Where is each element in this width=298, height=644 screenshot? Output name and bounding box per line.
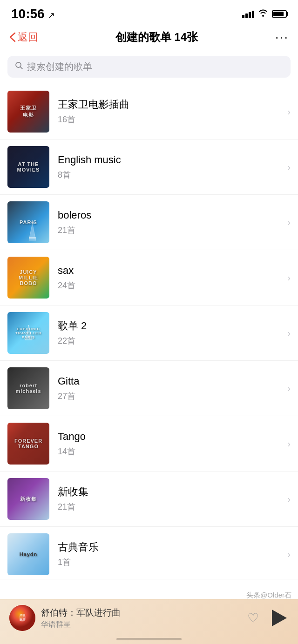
battery-icon	[272, 10, 287, 18]
album-art-2: AT THEMOVIES	[7, 146, 49, 188]
playlist-count: 14首	[58, 446, 284, 457]
playlist-name: boleros	[58, 209, 284, 222]
list-item[interactable]: FOREVERTANGO Tango 14首 ›	[0, 416, 298, 471]
search-box[interactable]: 搜索创建的歌单	[7, 56, 291, 78]
playlist-info-9: 古典音乐 1首	[58, 541, 284, 568]
play-icon	[272, 610, 287, 626]
list-item[interactable]: JUICYMILLIEBOBO sax 24首 ›	[0, 250, 298, 305]
playlist-name: 古典音乐	[58, 541, 284, 554]
album-art-5: EUPHONICTRAVELLERPARIS	[7, 312, 49, 354]
album-art-8: 新收集	[7, 478, 49, 520]
album-art-4: JUICYMILLIEBOBO	[7, 257, 49, 299]
status-icons	[242, 9, 287, 19]
album-art-7: FOREVERTANGO	[7, 423, 49, 465]
svg-text:华语: 华语	[19, 613, 26, 617]
playlist-name: Gitta	[58, 375, 284, 388]
album-art-1: 王家卫电影	[7, 91, 49, 133]
search-container: 搜索创建的歌单	[0, 51, 298, 84]
playlist-count: 21首	[58, 225, 284, 236]
status-bar: 10:56 ↗	[0, 0, 298, 25]
chevron-right-icon: ›	[287, 328, 291, 339]
svg-text:群星: 群星	[19, 618, 26, 621]
playlist-count: 27首	[58, 391, 284, 402]
player-title: 舒伯特：军队进行曲	[41, 607, 242, 619]
list-item[interactable]: Haydn 古典音乐 1首 ›	[0, 527, 298, 579]
playlist-count: 24首	[58, 280, 284, 291]
playlist-info-1: 王家卫电影插曲 16首	[58, 98, 284, 126]
player-controls: ♡	[247, 608, 289, 628]
playlist-info-7: Tango 14首	[58, 430, 284, 458]
list-item[interactable]: EUPHONICTRAVELLERPARIS 歌单 2 22首 ›	[0, 305, 298, 361]
list-item[interactable]: PARIS boleros 21首 ›	[0, 195, 298, 250]
list-item[interactable]: 新收集 新收集 21首 ›	[0, 471, 298, 527]
playlist-count: 1首	[58, 557, 284, 568]
playlist-name: 王家卫电影插曲	[58, 98, 284, 112]
chevron-right-icon: ›	[287, 438, 291, 449]
nav-bar: 返回 创建的歌单 14张 ···	[0, 25, 298, 51]
playlist-info-6: Gitta 27首	[58, 375, 284, 402]
album-art-6: robertmichaels	[7, 367, 49, 409]
signal-icon	[242, 10, 254, 18]
search-placeholder: 搜索创建的歌单	[27, 60, 92, 73]
more-button[interactable]: ···	[275, 30, 289, 45]
back-label: 返回	[18, 30, 38, 44]
playlist-name: sax	[58, 264, 284, 278]
wifi-icon	[258, 9, 268, 19]
player-artist: 华语群星	[41, 620, 242, 630]
album-art-9: Haydn	[7, 533, 49, 575]
playlist-count: 22首	[58, 335, 284, 346]
heart-button[interactable]: ♡	[247, 611, 259, 626]
list-item[interactable]: AT THEMOVIES English music 8首 ›	[0, 139, 298, 195]
chevron-right-icon: ›	[287, 383, 291, 394]
page-title: 创建的歌单 14张	[115, 30, 198, 45]
chevron-right-icon: ›	[287, 162, 291, 173]
play-button[interactable]	[268, 608, 289, 628]
chevron-right-icon: ›	[287, 494, 291, 505]
list-item[interactable]: 王家卫电影 王家卫电影插曲 16首 ›	[0, 84, 298, 139]
playlist-name: Tango	[58, 430, 284, 444]
playlist-count: 16首	[58, 114, 284, 125]
chevron-right-icon: ›	[287, 272, 291, 283]
svg-line-1	[20, 67, 23, 69]
playlist-info-5: 歌单 2 22首	[58, 319, 284, 347]
svg-rect-4	[29, 237, 36, 239]
chevron-right-icon: ›	[287, 549, 291, 560]
player-info: 舒伯特：军队进行曲 华语群星	[41, 607, 242, 630]
playlist-count: 21首	[58, 501, 284, 512]
playlist-name: English music	[58, 153, 284, 167]
status-time: 10:56 ↗	[11, 7, 55, 21]
search-icon	[15, 61, 23, 72]
playlist-list: 王家卫电影 王家卫电影插曲 16首 › AT THEMOVIES English…	[0, 84, 298, 579]
playlist-info-3: boleros 21首	[58, 209, 284, 236]
playlist-info-4: sax 24首	[58, 264, 284, 292]
playlist-info-2: English music 8首	[58, 153, 284, 181]
chevron-right-icon: ›	[287, 106, 291, 117]
home-indicator	[116, 638, 182, 640]
playlist-name: 歌单 2	[58, 319, 284, 333]
back-button[interactable]: 返回	[9, 30, 38, 44]
chevron-right-icon: ›	[287, 217, 291, 228]
playlist-name: 新收集	[58, 485, 284, 499]
playlist-count: 8首	[58, 169, 284, 180]
list-item[interactable]: robertmichaels Gitta 27首 ›	[0, 361, 298, 416]
player-bar: 华语 群星 舒伯特：军队进行曲 华语群星 ♡	[0, 599, 298, 644]
album-art-3: PARIS	[7, 201, 49, 243]
playlist-info-8: 新收集 21首	[58, 485, 284, 513]
player-album-art: 华语 群星	[9, 605, 35, 631]
